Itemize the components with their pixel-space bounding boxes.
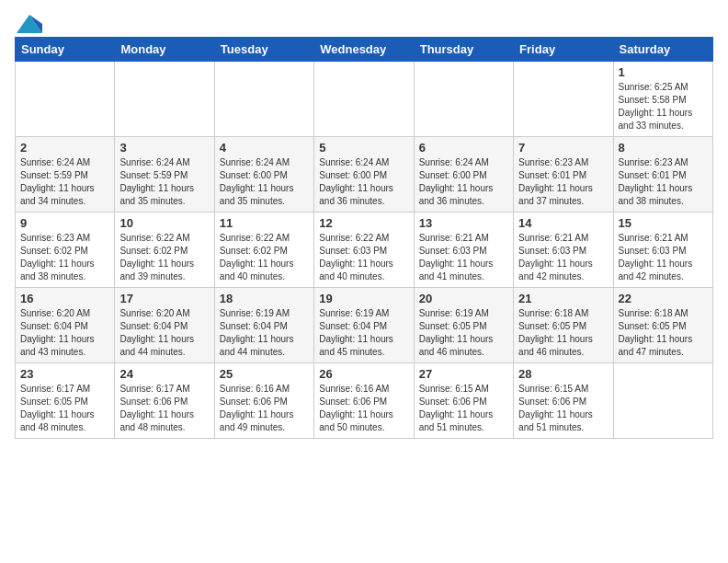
calendar-cell: 25Sunrise: 6:16 AM Sunset: 6:06 PM Dayli… bbox=[214, 363, 313, 439]
calendar-cell: 4Sunrise: 6:24 AM Sunset: 6:00 PM Daylig… bbox=[214, 137, 313, 213]
calendar-cell: 19Sunrise: 6:19 AM Sunset: 6:04 PM Dayli… bbox=[314, 288, 414, 363]
day-number: 18 bbox=[220, 292, 309, 305]
day-info: Sunrise: 6:21 AM Sunset: 6:03 PM Dayligh… bbox=[419, 232, 508, 283]
calendar-cell bbox=[314, 62, 414, 137]
calendar-cell: 2Sunrise: 6:24 AM Sunset: 5:59 PM Daylig… bbox=[16, 137, 115, 213]
calendar-day-header: Tuesday bbox=[214, 38, 313, 62]
calendar-table: SundayMondayTuesdayWednesdayThursdayFrid… bbox=[15, 37, 713, 439]
day-number: 25 bbox=[220, 367, 309, 381]
day-number: 13 bbox=[419, 216, 508, 230]
calendar-week-row: 9Sunrise: 6:23 AM Sunset: 6:02 PM Daylig… bbox=[16, 213, 713, 288]
calendar-cell: 22Sunrise: 6:18 AM Sunset: 6:05 PM Dayli… bbox=[613, 288, 712, 363]
day-info: Sunrise: 6:24 AM Sunset: 6:00 PM Dayligh… bbox=[419, 156, 508, 208]
day-number: 9 bbox=[20, 216, 109, 230]
calendar-cell: 12Sunrise: 6:22 AM Sunset: 6:03 PM Dayli… bbox=[314, 213, 414, 288]
day-info: Sunrise: 6:24 AM Sunset: 6:00 PM Dayligh… bbox=[319, 156, 408, 208]
calendar-cell: 16Sunrise: 6:20 AM Sunset: 6:04 PM Dayli… bbox=[16, 288, 115, 363]
day-number: 10 bbox=[119, 216, 209, 230]
day-info: Sunrise: 6:22 AM Sunset: 6:02 PM Dayligh… bbox=[119, 232, 209, 283]
calendar-day-header: Friday bbox=[514, 38, 613, 62]
calendar-cell bbox=[613, 363, 712, 439]
calendar-cell: 15Sunrise: 6:21 AM Sunset: 6:03 PM Dayli… bbox=[613, 213, 712, 288]
day-info: Sunrise: 6:22 AM Sunset: 6:02 PM Dayligh… bbox=[220, 232, 309, 283]
logo-icon bbox=[17, 15, 42, 33]
calendar-cell bbox=[514, 62, 613, 137]
day-number: 11 bbox=[220, 216, 309, 230]
day-number: 4 bbox=[220, 141, 309, 155]
calendar-cell: 5Sunrise: 6:24 AM Sunset: 6:00 PM Daylig… bbox=[314, 137, 414, 213]
calendar-cell: 24Sunrise: 6:17 AM Sunset: 6:06 PM Dayli… bbox=[115, 363, 214, 439]
calendar-cell: 21Sunrise: 6:18 AM Sunset: 6:05 PM Dayli… bbox=[514, 288, 613, 363]
day-info: Sunrise: 6:23 AM Sunset: 6:01 PM Dayligh… bbox=[619, 156, 708, 208]
calendar-cell: 1Sunrise: 6:25 AM Sunset: 5:58 PM Daylig… bbox=[613, 62, 712, 137]
logo bbox=[15, 15, 42, 29]
day-info: Sunrise: 6:15 AM Sunset: 6:06 PM Dayligh… bbox=[419, 383, 508, 434]
day-info: Sunrise: 6:22 AM Sunset: 6:03 PM Dayligh… bbox=[319, 232, 408, 283]
day-info: Sunrise: 6:23 AM Sunset: 6:02 PM Dayligh… bbox=[20, 232, 109, 283]
calendar-cell: 7Sunrise: 6:23 AM Sunset: 6:01 PM Daylig… bbox=[514, 137, 613, 213]
day-info: Sunrise: 6:23 AM Sunset: 6:01 PM Dayligh… bbox=[518, 156, 608, 208]
calendar-cell: 18Sunrise: 6:19 AM Sunset: 6:04 PM Dayli… bbox=[214, 288, 313, 363]
day-number: 5 bbox=[319, 141, 408, 155]
day-info: Sunrise: 6:17 AM Sunset: 6:05 PM Dayligh… bbox=[20, 383, 109, 434]
calendar-week-row: 16Sunrise: 6:20 AM Sunset: 6:04 PM Dayli… bbox=[16, 288, 713, 363]
day-number: 27 bbox=[419, 367, 508, 381]
day-info: Sunrise: 6:16 AM Sunset: 6:06 PM Dayligh… bbox=[220, 383, 309, 434]
calendar-cell: 20Sunrise: 6:19 AM Sunset: 6:05 PM Dayli… bbox=[414, 288, 513, 363]
calendar-cell: 9Sunrise: 6:23 AM Sunset: 6:02 PM Daylig… bbox=[16, 213, 115, 288]
day-info: Sunrise: 6:19 AM Sunset: 6:04 PM Dayligh… bbox=[220, 307, 309, 359]
day-info: Sunrise: 6:21 AM Sunset: 6:03 PM Dayligh… bbox=[518, 232, 608, 283]
day-number: 26 bbox=[319, 367, 408, 381]
day-number: 1 bbox=[619, 65, 708, 79]
calendar-cell bbox=[214, 62, 313, 137]
day-number: 24 bbox=[119, 367, 209, 381]
day-info: Sunrise: 6:19 AM Sunset: 6:05 PM Dayligh… bbox=[419, 307, 508, 359]
calendar-cell: 8Sunrise: 6:23 AM Sunset: 6:01 PM Daylig… bbox=[613, 137, 712, 213]
calendar-cell: 28Sunrise: 6:15 AM Sunset: 6:06 PM Dayli… bbox=[514, 363, 613, 439]
day-info: Sunrise: 6:24 AM Sunset: 5:59 PM Dayligh… bbox=[119, 156, 209, 208]
calendar-day-header: Saturday bbox=[613, 38, 712, 62]
calendar-week-row: 2Sunrise: 6:24 AM Sunset: 5:59 PM Daylig… bbox=[16, 137, 713, 213]
calendar-cell: 27Sunrise: 6:15 AM Sunset: 6:06 PM Dayli… bbox=[414, 363, 513, 439]
calendar-cell bbox=[414, 62, 513, 137]
calendar-cell: 13Sunrise: 6:21 AM Sunset: 6:03 PM Dayli… bbox=[414, 213, 513, 288]
calendar-cell: 17Sunrise: 6:20 AM Sunset: 6:04 PM Dayli… bbox=[115, 288, 214, 363]
calendar-header-row: SundayMondayTuesdayWednesdayThursdayFrid… bbox=[16, 38, 713, 62]
day-number: 12 bbox=[319, 216, 408, 230]
day-info: Sunrise: 6:21 AM Sunset: 6:03 PM Dayligh… bbox=[619, 232, 708, 283]
day-info: Sunrise: 6:17 AM Sunset: 6:06 PM Dayligh… bbox=[119, 383, 209, 434]
day-number: 2 bbox=[20, 141, 109, 155]
day-info: Sunrise: 6:18 AM Sunset: 6:05 PM Dayligh… bbox=[518, 307, 608, 359]
day-number: 28 bbox=[518, 367, 608, 381]
page-header bbox=[15, 15, 713, 29]
calendar-day-header: Sunday bbox=[16, 38, 115, 62]
day-number: 19 bbox=[319, 292, 408, 305]
day-number: 23 bbox=[20, 367, 109, 381]
calendar-cell: 14Sunrise: 6:21 AM Sunset: 6:03 PM Dayli… bbox=[514, 213, 613, 288]
calendar-day-header: Monday bbox=[115, 38, 214, 62]
calendar-week-row: 1Sunrise: 6:25 AM Sunset: 5:58 PM Daylig… bbox=[16, 62, 713, 137]
day-number: 14 bbox=[518, 216, 608, 230]
day-info: Sunrise: 6:18 AM Sunset: 6:05 PM Dayligh… bbox=[619, 307, 708, 359]
day-info: Sunrise: 6:16 AM Sunset: 6:06 PM Dayligh… bbox=[319, 383, 408, 434]
calendar-cell: 10Sunrise: 6:22 AM Sunset: 6:02 PM Dayli… bbox=[115, 213, 214, 288]
calendar-day-header: Wednesday bbox=[314, 38, 414, 62]
day-number: 15 bbox=[619, 216, 708, 230]
day-number: 16 bbox=[20, 292, 109, 305]
calendar-cell: 26Sunrise: 6:16 AM Sunset: 6:06 PM Dayli… bbox=[314, 363, 414, 439]
day-number: 21 bbox=[518, 292, 608, 305]
day-info: Sunrise: 6:20 AM Sunset: 6:04 PM Dayligh… bbox=[20, 307, 109, 359]
calendar-cell: 6Sunrise: 6:24 AM Sunset: 6:00 PM Daylig… bbox=[414, 137, 513, 213]
day-number: 17 bbox=[119, 292, 209, 305]
calendar-day-header: Thursday bbox=[414, 38, 513, 62]
day-info: Sunrise: 6:24 AM Sunset: 6:00 PM Dayligh… bbox=[220, 156, 309, 208]
calendar-cell bbox=[16, 62, 115, 137]
calendar-cell: 11Sunrise: 6:22 AM Sunset: 6:02 PM Dayli… bbox=[214, 213, 313, 288]
day-number: 7 bbox=[518, 141, 608, 155]
calendar-week-row: 23Sunrise: 6:17 AM Sunset: 6:05 PM Dayli… bbox=[16, 363, 713, 439]
day-info: Sunrise: 6:19 AM Sunset: 6:04 PM Dayligh… bbox=[319, 307, 408, 359]
day-number: 22 bbox=[619, 292, 708, 305]
day-number: 3 bbox=[119, 141, 209, 155]
calendar-cell bbox=[115, 62, 214, 137]
day-info: Sunrise: 6:24 AM Sunset: 5:59 PM Dayligh… bbox=[20, 156, 109, 208]
